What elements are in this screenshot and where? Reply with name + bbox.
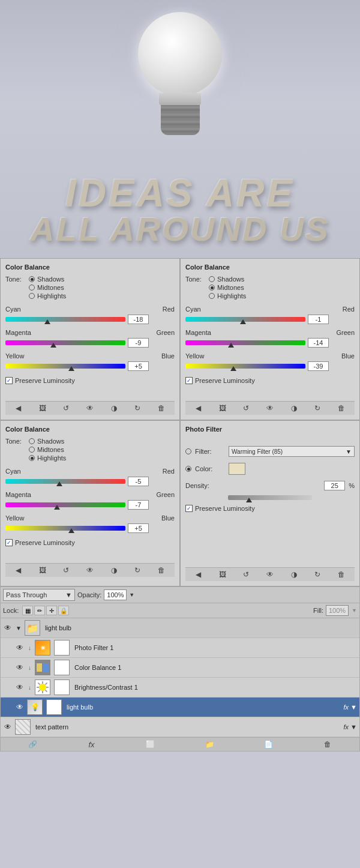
filter-radio[interactable] <box>185 448 191 454</box>
red-label-bl: Red <box>163 468 175 475</box>
toolbar-del-tl[interactable]: 🗑 <box>156 404 167 412</box>
magenta-value-tr[interactable]: -14 <box>308 338 329 348</box>
cyan-value-tl[interactable]: -18 <box>128 315 149 324</box>
tone-label-bl: Tone: <box>5 438 26 445</box>
layers-del-btn[interactable]: 🗑 <box>322 740 333 749</box>
layer-eye-lb[interactable]: 👁 <box>15 702 25 712</box>
lock-all-btn[interactable]: 🔒 <box>58 606 69 615</box>
group-triangle[interactable]: ▼ <box>16 625 22 631</box>
magenta-value-bl[interactable]: -7 <box>128 500 149 510</box>
radio-midtones-tr[interactable] <box>209 285 215 291</box>
toolbar-mask-tl[interactable]: ◑ <box>109 404 119 412</box>
preserve-checkbox-tr[interactable]: ✓ <box>185 377 193 384</box>
opacity-value[interactable]: 100% <box>104 589 127 600</box>
cyan-track-bl[interactable] <box>5 479 125 484</box>
layers-fx-btn[interactable]: fx <box>86 740 97 749</box>
toolbar-vis-tr[interactable]: 👁 <box>265 404 275 412</box>
layer-eye-group[interactable]: 👁 <box>3 623 13 633</box>
magenta-track-bl[interactable] <box>5 502 125 507</box>
lock-image-btn[interactable]: ✏ <box>34 606 45 615</box>
cyan-track-tr[interactable] <box>185 317 305 322</box>
yellow-track-bl[interactable] <box>5 526 125 531</box>
toolbar-mask-tr[interactable]: ◑ <box>289 404 299 412</box>
color-balance-midtones-panel: Color Balance Tone: Shadows Midtones Hig… <box>180 258 360 420</box>
blend-mode-select[interactable]: Pass Through ▼ <box>3 589 75 601</box>
toolbar-refresh-br[interactable]: ↻ <box>312 570 323 579</box>
toolbar-del-br[interactable]: 🗑 <box>336 570 347 579</box>
tone-row-bl: Tone: Shadows <box>5 438 175 445</box>
layer-eye-tp[interactable]: 👁 <box>3 722 13 732</box>
opacity-arrow[interactable]: ▼ <box>129 592 134 598</box>
toolbar-img-bl[interactable]: 🖼 <box>37 566 48 574</box>
toolbar-vis-br[interactable]: 👁 <box>265 570 275 579</box>
toolbar-back-br[interactable]: ◀ <box>193 570 204 579</box>
lock-position-btn[interactable]: ✛ <box>46 606 57 615</box>
yellow-value-bl[interactable]: +5 <box>128 523 149 533</box>
color-swatch[interactable] <box>229 463 245 475</box>
toolbar-img-br[interactable]: 🖼 <box>217 570 228 579</box>
color-radio[interactable] <box>185 466 191 472</box>
radio-shadows-tl[interactable] <box>29 276 35 282</box>
layer-group-lightbulb[interactable]: 👁 ▼ 📁 light bulb <box>1 618 359 638</box>
layer-eye-cb[interactable]: 👁 <box>15 663 25 672</box>
radio-shadows-bl[interactable] <box>29 438 35 444</box>
toolbar-eye-br[interactable]: ↺ <box>241 570 251 579</box>
toolbar-mask-br[interactable]: ◑ <box>289 570 299 579</box>
radio-midtones-bl[interactable] <box>29 447 35 453</box>
preserve-row-br: ✓ Preserve Luminosity <box>185 505 355 512</box>
layer-photo-filter[interactable]: 👁 ↓ ☀ Photo Filter 1 <box>1 638 359 658</box>
toolbar-refresh-tl[interactable]: ↻ <box>132 404 143 412</box>
toolbar-eye-bl[interactable]: ↺ <box>61 566 71 574</box>
toolbar-back-tr[interactable]: ◀ <box>193 404 204 412</box>
density-value[interactable]: 25 <box>324 481 345 490</box>
tone-row3-tr: Highlights <box>185 292 355 300</box>
radio-highlights-tl[interactable] <box>29 293 35 299</box>
layer-brightness[interactable]: 👁 ↓ Brightness/Contrast 1 <box>1 678 359 698</box>
radio-highlights-tr[interactable] <box>209 293 215 299</box>
toolbar-mask-bl[interactable]: ◑ <box>109 566 119 574</box>
preserve-checkbox-tl[interactable]: ✓ <box>5 377 13 384</box>
lock-transparent-btn[interactable]: ▦ <box>22 606 33 615</box>
toolbar-back-bl[interactable]: ◀ <box>13 566 24 574</box>
toolbar-refresh-tr[interactable]: ↻ <box>312 404 323 412</box>
layers-new-btn[interactable]: 📄 <box>263 740 274 749</box>
cyan-value-bl[interactable]: -5 <box>128 477 149 486</box>
toolbar-eye-tr[interactable]: ↺ <box>241 404 251 412</box>
toolbar-del-tr[interactable]: 🗑 <box>336 404 347 412</box>
radio-highlights-bl[interactable] <box>29 455 35 461</box>
layer-eye-bc[interactable]: 👁 <box>15 683 25 692</box>
filter-select[interactable]: Warming Filter (85) ▼ <box>229 446 355 457</box>
fill-arrow[interactable]: ▼ <box>352 607 357 613</box>
preserve-label-tr: Preserve Luminosity <box>195 377 255 384</box>
toolbar-back-tl[interactable]: ◀ <box>13 404 24 412</box>
layer-lightbulb-image[interactable]: 👁 💡 light bulb fx ▼ <box>1 698 359 717</box>
layer-eye-pf[interactable]: 👁 <box>15 643 25 653</box>
fill-value[interactable]: 100% <box>326 605 349 616</box>
density-slider[interactable] <box>228 495 312 500</box>
radio-midtones-tl[interactable] <box>29 285 35 291</box>
magenta-track-tr[interactable] <box>185 340 305 345</box>
preserve-checkbox-bl[interactable]: ✓ <box>5 539 13 546</box>
preserve-checkbox-br[interactable]: ✓ <box>185 505 193 512</box>
layers-mask-btn[interactable]: ⬜ <box>145 740 156 749</box>
toolbar-del-bl[interactable]: 🗑 <box>156 566 167 574</box>
layer-text-pattern[interactable]: 👁 text pattern fx ▼ <box>1 717 359 737</box>
magenta-value-tl[interactable]: -9 <box>128 338 149 348</box>
toolbar-vis-tl[interactable]: 👁 <box>85 404 95 412</box>
layer-color-balance[interactable]: 👁 ↓ Color Balance 1 <box>1 658 359 678</box>
cyan-track-tl[interactable] <box>5 317 125 322</box>
layers-group-btn[interactable]: 📁 <box>204 740 215 749</box>
toolbar-vis-bl[interactable]: 👁 <box>85 566 95 574</box>
yellow-value-tl[interactable]: +5 <box>128 361 149 371</box>
magenta-track-tl[interactable] <box>5 340 125 345</box>
toolbar-img-tl[interactable]: 🖼 <box>37 404 48 412</box>
cyan-value-tr[interactable]: -1 <box>308 315 329 324</box>
toolbar-refresh-bl[interactable]: ↻ <box>132 566 143 574</box>
toolbar-eye-tl[interactable]: ↺ <box>61 404 71 412</box>
toolbar-img-tr[interactable]: 🖼 <box>217 404 228 412</box>
yellow-value-tr[interactable]: -39 <box>308 361 329 371</box>
layers-link-btn[interactable]: 🔗 <box>27 740 38 749</box>
yellow-track-tl[interactable] <box>5 364 125 369</box>
radio-shadows-tr[interactable] <box>209 276 215 282</box>
yellow-track-tr[interactable] <box>185 364 305 369</box>
